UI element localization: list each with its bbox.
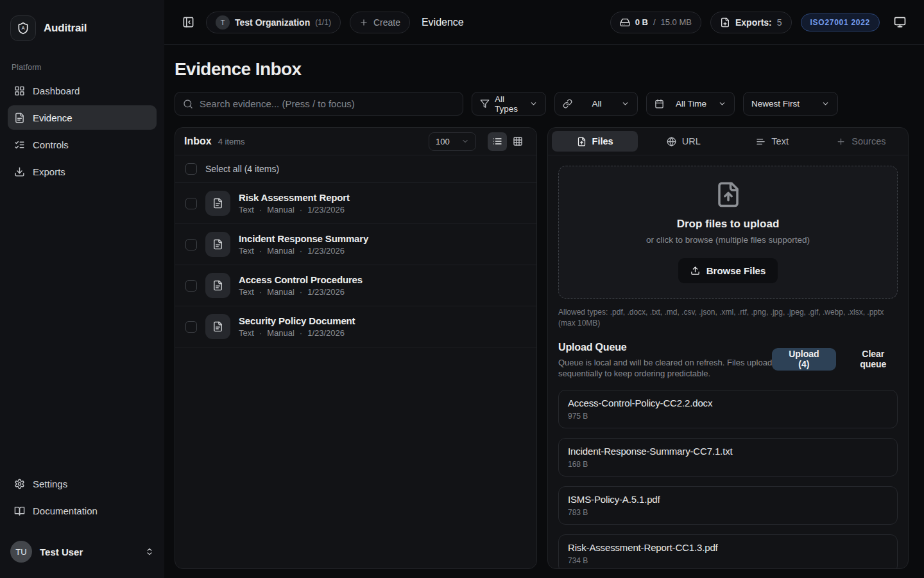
chevrons-up-down-icon bbox=[145, 547, 154, 556]
tab-label: Sources bbox=[851, 136, 886, 146]
grid-icon bbox=[513, 136, 523, 146]
filters-row: All Types All bbox=[175, 92, 909, 116]
sidebar-item-controls[interactable]: Controls bbox=[8, 132, 157, 157]
tab-text[interactable]: Text bbox=[730, 131, 816, 152]
file-upload-icon bbox=[715, 181, 742, 208]
queue-file-size: 168 B bbox=[568, 460, 888, 469]
evidence-meta: TextManual1/23/2026 bbox=[239, 287, 363, 297]
sidebar-item-evidence[interactable]: Evidence bbox=[8, 105, 157, 130]
tab-label: Files bbox=[592, 136, 613, 146]
globe-icon bbox=[667, 137, 676, 146]
sidebar-item-exports[interactable]: Exports bbox=[8, 159, 157, 184]
queue-file-name: Incident-Response-Summary-CC7.1.txt bbox=[568, 446, 888, 457]
queue-header: Upload Queue Queue is local and will be … bbox=[558, 342, 898, 380]
display-mode-button[interactable] bbox=[891, 13, 909, 31]
evidence-list-item[interactable]: Risk Assessment Report TextManual1/23/20… bbox=[175, 183, 536, 224]
sidebar-item-label: Controls bbox=[33, 139, 69, 150]
browse-files-label: Browse Files bbox=[706, 265, 766, 276]
evidence-meta: TextManual1/23/2026 bbox=[239, 246, 368, 256]
page-size-dropdown[interactable]: 100 bbox=[429, 132, 476, 151]
queue-file-name: Risk-Assessment-Report-CC1.3.pdf bbox=[568, 542, 888, 553]
exports-count: 5 bbox=[777, 17, 782, 28]
download-icon bbox=[14, 166, 25, 177]
funnel-icon bbox=[480, 99, 490, 109]
evidence-list-item[interactable]: Incident Response Summary TextManual1/23… bbox=[175, 224, 536, 265]
sidebar-item-settings[interactable]: Settings bbox=[8, 471, 157, 496]
browse-files-button[interactable]: Browse Files bbox=[678, 258, 778, 283]
file-text-icon bbox=[205, 191, 230, 216]
list-icon bbox=[492, 136, 502, 146]
allowed-types-note: Allowed types: .pdf, .docx, .txt, .md, .… bbox=[558, 307, 886, 329]
shield-logo-icon: A bbox=[10, 15, 36, 41]
calendar-icon bbox=[654, 99, 664, 109]
row-checkbox[interactable] bbox=[185, 321, 197, 333]
create-button[interactable]: Create bbox=[350, 12, 410, 33]
uploader-tabbar: Files URL Text bbox=[548, 128, 908, 155]
queue-file-item: Access-Control-Policy-CC2.2.docx 975 B bbox=[558, 390, 898, 428]
org-switcher[interactable]: T Test Organization (1/1) bbox=[206, 12, 341, 33]
tab-files[interactable]: Files bbox=[552, 131, 638, 152]
link-icon bbox=[563, 99, 572, 109]
storage-used: 0 B bbox=[635, 17, 648, 27]
evidence-type: Text bbox=[239, 328, 254, 338]
evidence-title: Access Control Procedures bbox=[239, 274, 363, 285]
upload-button[interactable]: Upload (4) bbox=[772, 348, 835, 371]
gear-icon bbox=[14, 478, 25, 489]
sidebar: A Auditrail Platform Dashboard Evidence bbox=[0, 0, 164, 578]
page-size-value: 100 bbox=[436, 137, 450, 146]
monitor-icon bbox=[894, 16, 906, 28]
sidebar-item-label: Evidence bbox=[33, 112, 73, 123]
inbox-list: Risk Assessment Report TextManual1/23/20… bbox=[175, 183, 536, 347]
storage-separator: / bbox=[653, 17, 656, 27]
exports-indicator[interactable]: Exports: 5 bbox=[710, 12, 792, 33]
plus-icon bbox=[359, 18, 368, 27]
app-root: A Auditrail Platform Dashboard Evidence bbox=[0, 0, 924, 578]
select-all-checkbox[interactable] bbox=[185, 163, 197, 175]
evidence-list-item[interactable]: Security Policy Document TextManual1/23/… bbox=[175, 306, 536, 347]
row-checkbox[interactable] bbox=[185, 198, 197, 209]
sidebar-item-dashboard[interactable]: Dashboard bbox=[8, 78, 157, 103]
evidence-meta: TextManual1/23/2026 bbox=[239, 328, 355, 338]
user-menu[interactable]: TU Test User bbox=[8, 537, 157, 566]
file-dropzone[interactable]: Drop files to upload or click to browse … bbox=[558, 166, 898, 299]
page-title: Evidence Inbox bbox=[175, 59, 909, 80]
tab-sources[interactable]: Sources bbox=[818, 131, 904, 152]
sort-dropdown[interactable]: Newest First bbox=[743, 92, 838, 116]
chevron-down-icon bbox=[718, 100, 726, 108]
time-filter-dropdown[interactable]: All Time bbox=[646, 92, 735, 116]
file-text-icon bbox=[205, 314, 230, 339]
brand-name: Auditrail bbox=[44, 22, 87, 35]
queue-file-name: Access-Control-Policy-CC2.2.docx bbox=[568, 398, 888, 408]
chevron-down-icon bbox=[529, 100, 538, 108]
queue-file-name: ISMS-Policy-A.5.1.pdf bbox=[568, 494, 888, 505]
inbox-panel: Inbox 4 items 100 bbox=[175, 127, 537, 569]
link-filter-value: All bbox=[592, 99, 601, 109]
dropzone-title: Drop files to upload bbox=[677, 218, 780, 231]
link-filter-dropdown[interactable]: All bbox=[554, 92, 638, 116]
topbar: T Test Organization (1/1) Create Evidenc… bbox=[164, 0, 924, 45]
sidebar-item-documentation[interactable]: Documentation bbox=[8, 498, 157, 523]
time-filter-value: All Time bbox=[676, 99, 706, 109]
clear-queue-button[interactable]: Clear queue bbox=[849, 349, 898, 369]
search-input[interactable] bbox=[200, 98, 455, 109]
tab-label: URL bbox=[682, 136, 701, 146]
row-checkbox[interactable] bbox=[185, 239, 197, 250]
evidence-list-item[interactable]: Access Control Procedures TextManual1/23… bbox=[175, 265, 536, 306]
type-filter-dropdown[interactable]: All Types bbox=[472, 92, 546, 116]
row-checkbox[interactable] bbox=[185, 280, 197, 292]
search-box[interactable] bbox=[175, 92, 463, 116]
queue-file-size: 734 B bbox=[568, 556, 888, 565]
queue-file-size: 975 B bbox=[568, 412, 888, 421]
evidence-source: Manual bbox=[254, 328, 295, 338]
queue-file-size: 783 B bbox=[568, 508, 888, 517]
type-filter-value: All Types bbox=[495, 94, 524, 114]
inbox-count: 4 items bbox=[218, 137, 245, 146]
evidence-source: Manual bbox=[254, 287, 295, 297]
sidebar-collapse-button[interactable] bbox=[180, 13, 197, 31]
tab-url[interactable]: URL bbox=[640, 131, 726, 152]
sidebar-item-label: Exports bbox=[33, 166, 65, 177]
evidence-title: Security Policy Document bbox=[239, 315, 355, 326]
list-view-button[interactable] bbox=[488, 132, 507, 151]
grid-view-button[interactable] bbox=[508, 132, 527, 151]
uploader-panel: Files URL Text bbox=[547, 127, 909, 569]
